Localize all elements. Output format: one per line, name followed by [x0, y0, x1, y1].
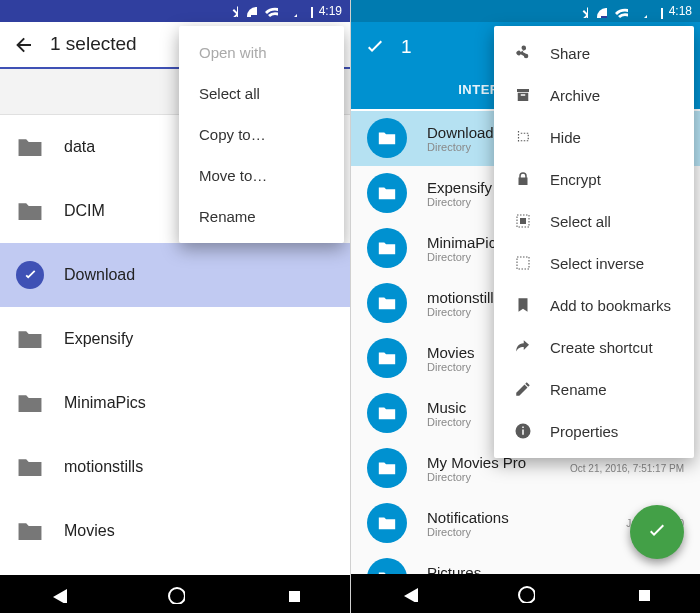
battery-icon	[303, 3, 313, 18]
archive-icon	[514, 86, 532, 104]
folder-icon	[367, 558, 407, 574]
menu-item-label: Select all	[550, 213, 611, 230]
bluetooth-icon	[225, 4, 238, 17]
menu-item[interactable]: Add to bookmarks	[494, 284, 694, 326]
done-icon[interactable]	[363, 36, 385, 58]
file-type: Directory	[427, 416, 471, 428]
folder-icon	[16, 325, 44, 353]
menu-item[interactable]: Select inverse	[494, 242, 694, 284]
dnd-icon	[244, 4, 257, 17]
file-name: Music	[427, 399, 471, 416]
file-row[interactable]: Expensify	[0, 307, 350, 371]
nav-back[interactable]	[394, 582, 424, 604]
menu-item[interactable]: Encrypt	[494, 158, 694, 200]
file-meta: Oct 21, 2016, 7:51:17 PM	[570, 463, 684, 474]
info-icon	[514, 422, 532, 440]
selected-check-icon	[16, 261, 44, 289]
nav-home[interactable]	[160, 583, 190, 605]
file-type: Directory	[427, 361, 475, 373]
menu-item-label: Select all	[199, 85, 260, 102]
nav-recent[interactable]	[277, 583, 307, 605]
file-name: DCIM	[64, 202, 105, 220]
file-row[interactable]: Movies	[0, 499, 350, 563]
hide-icon	[514, 128, 532, 146]
file-row[interactable]: MinimaPics	[0, 371, 350, 435]
folder-icon	[367, 173, 407, 213]
menu-item[interactable]: Share	[494, 32, 694, 74]
file-row[interactable]: motionstills	[0, 435, 350, 499]
file-type: Directory	[427, 141, 494, 153]
file-row[interactable]: Download	[0, 243, 350, 307]
folder-icon	[367, 393, 407, 433]
wifi-icon	[263, 3, 278, 18]
menu-item[interactable]: Archive	[494, 74, 694, 116]
folder-icon	[367, 503, 407, 543]
file-name: Movies	[64, 522, 115, 540]
menu-item-label: Rename	[550, 381, 607, 398]
menu-item[interactable]: Move to…	[179, 155, 344, 196]
menu-item-label: Archive	[550, 87, 600, 104]
menu-item[interactable]: Create shortcut	[494, 326, 694, 368]
folder-icon	[367, 448, 407, 488]
back-icon[interactable]	[12, 33, 34, 55]
confirm-fab[interactable]	[630, 505, 684, 559]
folder-icon	[367, 118, 407, 158]
lock-icon	[514, 170, 532, 188]
folder-icon	[16, 453, 44, 481]
selection-count: 1	[401, 36, 412, 58]
nav-bar	[0, 575, 350, 613]
menu-item-label: Copy to…	[199, 126, 266, 143]
menu-item-label: Encrypt	[550, 171, 601, 188]
folder-icon	[16, 517, 44, 545]
share-icon	[514, 44, 532, 62]
file-row[interactable]: Music	[0, 563, 350, 575]
context-menu: ShareArchiveHideEncryptSelect allSelect …	[494, 26, 694, 458]
file-name: Expensify	[427, 179, 492, 196]
phone-right: 4:18 1 INTERNAL MEMORY DownloadDirectory…	[350, 0, 700, 613]
status-bar: 4:19	[0, 0, 350, 22]
file-type: Directory	[427, 526, 509, 538]
menu-item[interactable]: Select all	[494, 200, 694, 242]
menu-item-label: Select inverse	[550, 255, 644, 272]
menu-item[interactable]: Rename	[494, 368, 694, 410]
shortcut-icon	[514, 338, 532, 356]
menu-item[interactable]: Select all	[179, 73, 344, 114]
file-name: Notifications	[427, 509, 509, 526]
nav-home[interactable]	[510, 582, 540, 604]
file-type: Directory	[427, 471, 526, 483]
folder-icon	[16, 133, 44, 161]
nav-back[interactable]	[43, 583, 73, 605]
menu-item[interactable]: Rename	[179, 196, 344, 237]
file-name: data	[64, 138, 95, 156]
file-name: Pictures	[427, 564, 481, 574]
nav-bar	[351, 574, 700, 613]
nav-recent[interactable]	[627, 582, 657, 604]
folder-icon	[367, 283, 407, 323]
selection-title: 1 selected	[50, 33, 137, 55]
wifi-icon	[613, 4, 628, 19]
edit-icon	[514, 380, 532, 398]
folder-icon	[16, 197, 44, 225]
menu-item-label: Rename	[199, 208, 256, 225]
menu-item[interactable]: Properties	[494, 410, 694, 452]
file-name: Download	[427, 124, 494, 141]
file-name: MinimaPics	[427, 234, 504, 251]
battery-icon	[653, 4, 663, 19]
menu-item-label: Add to bookmarks	[550, 297, 671, 314]
check-icon	[645, 520, 669, 544]
menu-item[interactable]: Copy to…	[179, 114, 344, 155]
file-name: motionstills	[64, 458, 143, 476]
file-type: Directory	[427, 196, 492, 208]
menu-item[interactable]: Hide	[494, 116, 694, 158]
menu-item-label: Move to…	[199, 167, 267, 184]
menu-item-label: Create shortcut	[550, 339, 653, 356]
select-all-icon	[514, 212, 532, 230]
bookmark-icon	[514, 296, 532, 314]
select-inverse-icon	[514, 254, 532, 272]
dnd-icon	[594, 5, 607, 18]
menu-item-label: Properties	[550, 423, 618, 440]
file-name: Download	[64, 266, 135, 284]
menu-item-label: Open with	[199, 44, 267, 61]
phone-left: 4:19 1 selected dataDCIMDownloadExpensif…	[0, 0, 350, 613]
file-name: MinimaPics	[64, 394, 146, 412]
